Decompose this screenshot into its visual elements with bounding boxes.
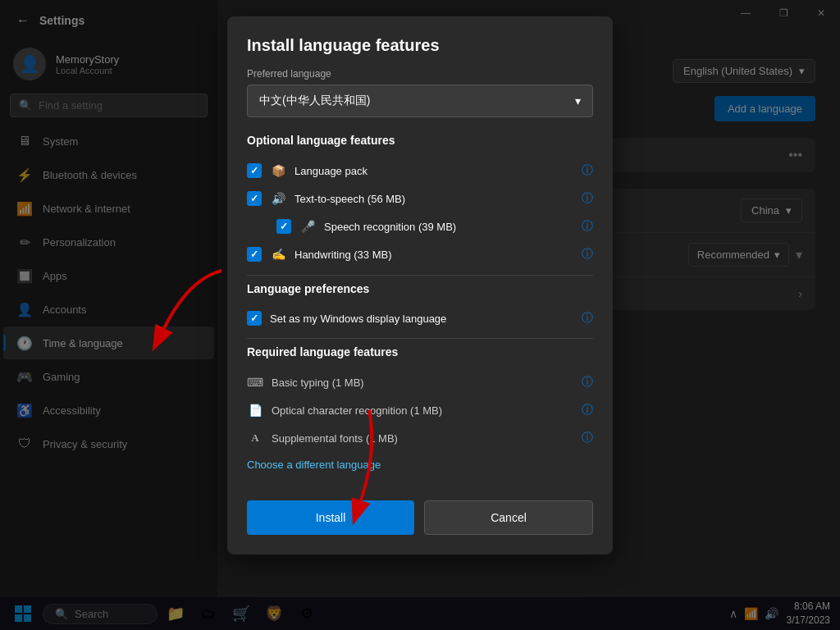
speech-checkbox[interactable]: ✓ — [276, 219, 291, 234]
display-language-row: ✓ Set as my Windows display language ⓘ — [247, 305, 593, 331]
language-pack-label: Language pack — [294, 165, 573, 177]
install-language-dialog: Install language features Preferred lang… — [227, 16, 613, 555]
required-ocr: 📄 Optical character recognition (1 MB) ⓘ — [247, 396, 593, 424]
preferred-language-label: Preferred language — [247, 68, 593, 80]
tts-label: Text-to-speech (56 MB) — [294, 193, 573, 205]
info-icon[interactable]: ⓘ — [582, 191, 593, 206]
display-language-checkbox[interactable]: ✓ — [247, 311, 262, 326]
check-icon: ✓ — [250, 193, 258, 204]
required-basic-typing: ⌨ Basic typing (1 MB) ⓘ — [247, 368, 593, 396]
install-button[interactable]: Install — [247, 500, 414, 535]
cancel-button[interactable]: Cancel — [424, 500, 593, 535]
modal-body: Preferred language 中文(中华人民共和国) ▾ Optiona… — [227, 68, 613, 500]
display-language-label: Set as my Windows display language — [270, 313, 573, 325]
handwriting-label: Handwriting (33 MB) — [294, 249, 573, 261]
fonts-label: Supplemental fonts (1 MB) — [272, 432, 573, 445]
info-icon[interactable]: ⓘ — [582, 219, 593, 234]
handwriting-checkbox[interactable]: ✓ — [247, 247, 262, 262]
typing-icon: ⌨ — [247, 374, 263, 390]
check-icon: ✓ — [250, 313, 258, 324]
info-icon[interactable]: ⓘ — [582, 375, 593, 390]
check-icon: ✓ — [250, 249, 258, 260]
feature-handwriting: ✓ ✍ Handwriting (33 MB) ⓘ — [247, 240, 593, 268]
language-dropdown-modal[interactable]: 中文(中华人民共和国) ▾ — [247, 84, 593, 117]
speech-icon: 🎤 — [299, 218, 316, 235]
info-icon[interactable]: ⓘ — [582, 431, 593, 445]
modal-footer: Install Cancel — [227, 500, 613, 555]
divider — [247, 275, 593, 276]
language-dropdown-value: 中文(中华人民共和国) — [259, 94, 370, 108]
chevron-down-icon: ▾ — [575, 94, 581, 107]
basic-typing-label: Basic typing (1 MB) — [272, 377, 573, 389]
optional-section-header: Optional language features — [247, 134, 593, 147]
fonts-icon: A — [247, 430, 263, 446]
required-section-header: Required language features — [247, 345, 593, 358]
check-icon: ✓ — [250, 165, 258, 176]
check-icon: ✓ — [280, 221, 288, 232]
feature-tts: ✓ 🔊 Text-to-speech (56 MB) ⓘ — [247, 185, 593, 212]
info-icon[interactable]: ⓘ — [582, 163, 593, 178]
modal-title: Install language features — [227, 16, 613, 68]
modal-overlay: Install language features Preferred lang… — [0, 0, 840, 630]
handwriting-icon: ✍ — [270, 246, 286, 262]
feature-speech-recognition: ✓ 🎤 Speech recognition (39 MB) ⓘ — [247, 212, 593, 240]
required-fonts: A Supplemental fonts (1 MB) ⓘ — [247, 424, 593, 452]
ocr-label: Optical character recognition (1 MB) — [272, 404, 573, 417]
language-pack-checkbox[interactable]: ✓ — [247, 163, 262, 178]
info-icon[interactable]: ⓘ — [582, 247, 593, 262]
divider-2 — [247, 338, 593, 339]
info-icon[interactable]: ⓘ — [582, 403, 593, 418]
ocr-icon: 📄 — [247, 402, 263, 418]
choose-language-link[interactable]: Choose a different language — [247, 459, 593, 471]
tts-checkbox[interactable]: ✓ — [247, 191, 262, 206]
feature-language-pack: ✓ 📦 Language pack ⓘ — [247, 157, 593, 185]
language-pack-icon: 📦 — [270, 162, 286, 179]
preferences-section-header: Language preferences — [247, 282, 593, 295]
tts-icon: 🔊 — [270, 190, 286, 207]
speech-label: Speech recognition (39 MB) — [324, 221, 573, 233]
info-icon[interactable]: ⓘ — [582, 311, 593, 326]
